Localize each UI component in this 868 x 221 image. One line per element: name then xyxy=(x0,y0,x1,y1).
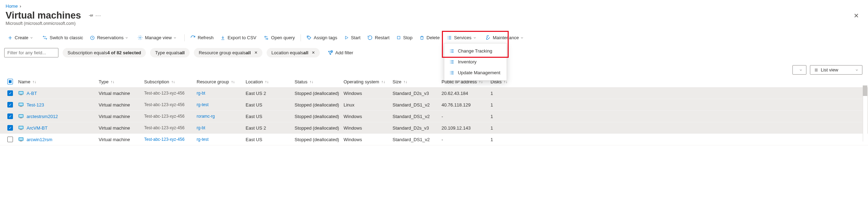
grouping-select[interactable] xyxy=(792,65,806,75)
location-filter-pill[interactable]: Location equals all ✕ xyxy=(267,48,320,57)
subscription-link[interactable]: Test-abc-123-xyz-456 xyxy=(144,137,184,142)
restart-button[interactable]: Restart xyxy=(365,33,392,42)
sort-icon: ↑↓ xyxy=(265,80,269,84)
start-button[interactable]: Start xyxy=(341,33,363,42)
svg-rect-18 xyxy=(20,117,22,118)
add-filter-button[interactable]: Add filter xyxy=(324,48,357,57)
row-checkbox[interactable] xyxy=(7,102,13,108)
sort-icon: ↑↓ xyxy=(403,80,407,84)
table-row[interactable]: arctestrsm2012Virtual machineTest-abc-12… xyxy=(0,111,868,122)
reservations-button[interactable]: Reservations xyxy=(87,33,133,42)
subscription-link[interactable]: Test-abc-123-xyz-456 xyxy=(144,91,184,96)
pin-icon[interactable] xyxy=(88,13,93,19)
table-row[interactable]: Test-123Virtual machineTest-abc-123-xyz-… xyxy=(0,99,868,111)
svg-rect-13 xyxy=(19,103,23,105)
cell-type: Virtual machine xyxy=(97,99,142,110)
vm-name-link[interactable]: ArcVM-BT xyxy=(27,125,48,131)
resource-group-link[interactable]: roramc-rg xyxy=(197,114,215,119)
type-filter-pill[interactable]: Type equals all xyxy=(150,48,190,57)
subscription-link[interactable]: Test-abc-123-xyz-456 xyxy=(144,125,184,130)
maintenance-button[interactable]: Maintenance xyxy=(483,33,529,42)
stop-button[interactable]: Stop xyxy=(394,33,415,42)
resource-group-link[interactable]: rg-test xyxy=(197,137,209,142)
cell-type: Virtual machine xyxy=(97,123,142,133)
open-query-button[interactable]: Open query xyxy=(261,33,298,42)
resource-group-filter-pill[interactable]: Resource group equals all ✕ xyxy=(194,48,262,57)
cell-location: East US 2 xyxy=(244,88,292,99)
col-type[interactable]: Type↑↓ xyxy=(97,76,142,87)
table-row[interactable]: A-BTVirtual machineTest-abc-123-xyz-456r… xyxy=(0,88,868,99)
resource-group-link[interactable]: rg-test xyxy=(197,102,209,107)
vm-icon xyxy=(18,114,24,119)
cell-location: East US xyxy=(244,134,292,145)
vm-name-link[interactable]: A-BT xyxy=(27,91,37,96)
svg-rect-21 xyxy=(19,126,23,129)
table-row[interactable]: ArcVM-BTVirtual machineTest-abc-123-xyz-… xyxy=(0,122,868,134)
close-icon[interactable]: ✕ xyxy=(854,12,859,20)
vm-name-link[interactable]: arctestrsm2012 xyxy=(27,114,58,119)
row-checkbox[interactable] xyxy=(7,137,13,142)
subscription-filter-pill[interactable]: Subscription equals 4 of 82 selected xyxy=(63,48,146,57)
vm-name-link[interactable]: arcwin12rsm xyxy=(27,137,52,142)
col-subscription[interactable]: Subscription↑↓ xyxy=(142,76,195,87)
export-csv-button[interactable]: Export to CSV xyxy=(218,33,259,42)
svg-point-1 xyxy=(140,37,141,39)
manage-view-button[interactable]: Manage view xyxy=(135,33,182,42)
svg-rect-14 xyxy=(20,106,22,106)
resource-group-link[interactable]: rg-bt xyxy=(197,125,205,130)
service-update-management[interactable]: Update Management xyxy=(444,67,507,78)
delete-button[interactable]: Delete xyxy=(417,33,443,42)
col-os[interactable]: Operating system↑↓ xyxy=(341,76,390,87)
svg-rect-9 xyxy=(19,92,23,94)
vm-icon xyxy=(18,91,24,96)
select-all-checkbox[interactable] xyxy=(4,76,16,87)
col-resource-group[interactable]: Resource group↑↓ xyxy=(195,76,244,87)
vm-name-link[interactable]: Test-123 xyxy=(27,102,44,108)
cell-os: Linux xyxy=(341,99,390,110)
toolbar: Create Switch to classic Reservations Ma… xyxy=(0,31,868,44)
services-button[interactable]: Services xyxy=(444,33,481,42)
pill-label: Type equals xyxy=(155,50,179,55)
resource-group-link[interactable]: rg-bt xyxy=(197,91,205,96)
svg-rect-25 xyxy=(19,138,23,140)
pill-label: Location equals xyxy=(271,50,303,55)
col-status[interactable]: Status↑↓ xyxy=(292,76,341,87)
cell-size: Standard_DS1_v2 xyxy=(390,134,439,145)
svg-rect-19 xyxy=(20,118,22,118)
remove-filter-icon[interactable]: ✕ xyxy=(254,50,257,55)
refresh-button[interactable]: Refresh xyxy=(188,33,217,42)
svg-rect-17 xyxy=(19,115,23,117)
cell-size: Standard_D2s_v3 xyxy=(390,123,439,133)
service-change-tracking[interactable]: Change Tracking xyxy=(444,46,507,56)
pill-value: all xyxy=(179,50,184,55)
subscription-link[interactable]: Test-abc-123-xyz-456 xyxy=(144,114,184,119)
list-view-select[interactable]: List view xyxy=(810,65,862,75)
switch-classic-button[interactable]: Switch to classic xyxy=(40,33,86,42)
pill-value: all xyxy=(303,50,308,55)
vm-table: Name↑↓ Type↑↓ Subscription↑↓ Resource gr… xyxy=(0,76,868,145)
create-button[interactable]: Create xyxy=(5,33,38,42)
assign-tags-button[interactable]: Assign tags xyxy=(304,33,340,42)
cell-ip: - xyxy=(439,111,488,122)
pill-value: 4 of 82 selected xyxy=(107,50,141,55)
cell-os: Windows xyxy=(341,111,390,122)
cell-disks: 1 xyxy=(488,123,513,133)
breadcrumb-home[interactable]: Home xyxy=(6,4,18,9)
svg-point-2 xyxy=(264,36,266,37)
subscription-link[interactable]: Test-abc-123-xyz-456 xyxy=(144,102,184,107)
svg-rect-11 xyxy=(20,95,22,95)
svg-rect-10 xyxy=(20,94,22,95)
col-location[interactable]: Location↑↓ xyxy=(244,76,292,87)
table-row[interactable]: arcwin12rsmVirtual machineTest-abc-123-x… xyxy=(0,134,868,145)
row-checkbox[interactable] xyxy=(7,113,13,119)
cell-type: Virtual machine xyxy=(97,88,142,99)
col-name[interactable]: Name↑↓ xyxy=(16,76,97,87)
row-checkbox[interactable] xyxy=(7,90,13,96)
remove-filter-icon[interactable]: ✕ xyxy=(312,50,315,55)
scrollbar-thumb[interactable] xyxy=(863,85,867,96)
service-inventory[interactable]: Inventory xyxy=(444,56,507,67)
filter-input[interactable] xyxy=(4,48,58,57)
row-checkbox[interactable] xyxy=(7,125,13,131)
more-icon[interactable]: ··· xyxy=(96,13,101,19)
col-size[interactable]: Size↑↓ xyxy=(390,76,439,87)
